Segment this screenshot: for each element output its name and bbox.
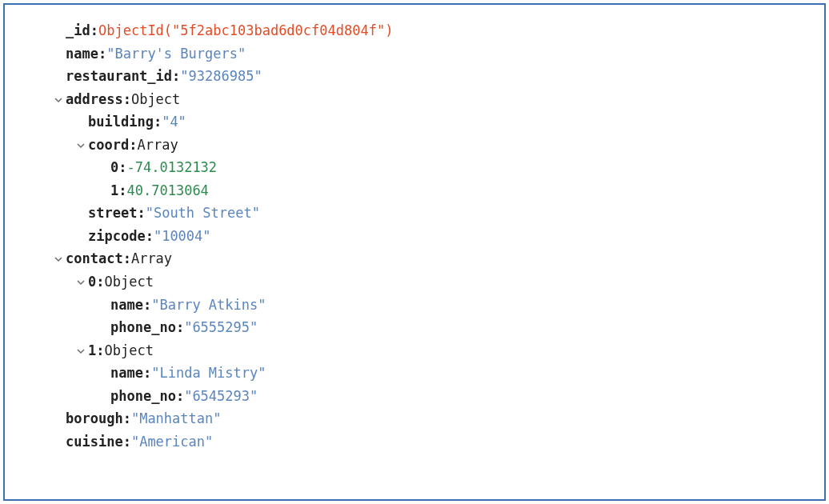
- chevron-down-icon[interactable]: [54, 250, 66, 268]
- field-row-coord: coord: Array: [21, 134, 808, 157]
- field-key: 0: [110, 156, 118, 179]
- field-key: borough: [66, 407, 123, 430]
- field-value-string[interactable]: "93286985": [180, 65, 262, 88]
- field-row-contact-1: 1: Object: [21, 339, 808, 362]
- field-key: 0: [88, 270, 96, 294]
- field-value-string[interactable]: "6545293": [184, 385, 258, 408]
- field-value-string[interactable]: "4": [162, 110, 186, 134]
- field-key: coord: [88, 134, 129, 157]
- field-value-string[interactable]: "South Street": [146, 202, 260, 225]
- field-value-string[interactable]: "American": [131, 430, 213, 454]
- field-key: street: [88, 202, 137, 225]
- field-key: 1: [88, 339, 96, 362]
- field-row-contact-0-phone: phone_no: "6555295": [21, 316, 808, 339]
- chevron-down-icon[interactable]: [77, 273, 88, 290]
- field-key: phone_no: [110, 316, 176, 339]
- field-row-address: address: Object: [21, 88, 808, 111]
- field-key: contact: [66, 247, 123, 270]
- field-value-type: Object: [131, 88, 180, 111]
- field-key: zipcode: [88, 225, 146, 248]
- field-key: building: [88, 110, 154, 134]
- field-key: restaurant_id: [66, 65, 172, 88]
- field-value-string[interactable]: "Linda Mistry": [151, 362, 266, 385]
- field-value-type: Array: [137, 134, 178, 157]
- field-value-string[interactable]: "6555295": [184, 316, 258, 339]
- chevron-down-icon[interactable]: [77, 342, 88, 359]
- chevron-down-icon[interactable]: [54, 90, 66, 108]
- field-row-zipcode: zipcode: "10004": [21, 225, 808, 248]
- field-value-number[interactable]: 40.7013064: [127, 179, 209, 202]
- document-viewer: _id: ObjectId("5f2abc103bad6d0cf04d804f"…: [3, 3, 826, 501]
- field-row-contact-1-name: name: "Linda Mistry": [21, 362, 808, 385]
- field-value-string[interactable]: "10004": [154, 225, 211, 248]
- field-row-contact-0: 0: Object: [21, 270, 808, 294]
- field-value-type: Array: [131, 247, 172, 270]
- field-value-type: Object: [105, 339, 154, 362]
- field-key: _id: [66, 19, 90, 42]
- chevron-down-icon[interactable]: [77, 136, 88, 154]
- field-row-contact-0-name: name: "Barry Atkins": [21, 294, 808, 317]
- field-key: phone_no: [110, 385, 176, 408]
- field-value-type: Object: [105, 270, 154, 294]
- field-row-name: name: "Barry's Burgers": [21, 42, 808, 66]
- field-row-contact-1-phone: phone_no: "6545293": [21, 385, 808, 408]
- field-row-cuisine: cuisine: "American": [21, 430, 808, 454]
- field-row-coord-0: 0: -74.0132132: [21, 156, 808, 179]
- field-key: address: [66, 88, 123, 111]
- field-value-string[interactable]: "Barry's Burgers": [106, 42, 246, 66]
- field-key: cuisine: [66, 430, 123, 454]
- field-value-number[interactable]: -74.0132132: [127, 156, 218, 179]
- field-row-street: street: "South Street": [21, 202, 808, 225]
- field-value-string[interactable]: "Barry Atkins": [151, 294, 266, 317]
- field-value-string[interactable]: "Manhattan": [131, 407, 222, 430]
- field-row-contact: contact: Array: [21, 247, 808, 270]
- field-key: name: [110, 362, 143, 385]
- field-value-objectid[interactable]: ObjectId("5f2abc103bad6d0cf04d804f"): [98, 19, 393, 42]
- field-row-id: _id: ObjectId("5f2abc103bad6d0cf04d804f"…: [21, 19, 808, 42]
- field-key: 1: [110, 179, 118, 202]
- field-row-coord-1: 1: 40.7013064: [21, 179, 808, 202]
- field-row-building: building: "4": [21, 110, 808, 134]
- field-key: name: [66, 42, 98, 66]
- field-row-restaurant-id: restaurant_id: "93286985": [21, 65, 808, 88]
- field-key: name: [110, 294, 143, 317]
- field-row-borough: borough: "Manhattan": [21, 407, 808, 430]
